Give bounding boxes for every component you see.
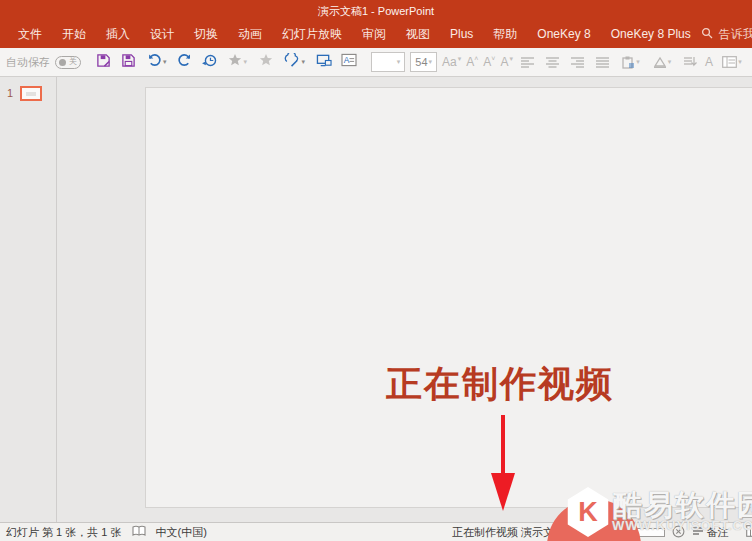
tab-file[interactable]: 文件 [8,21,52,48]
rehearse-timings-button[interactable] [200,52,220,72]
tab-plus[interactable]: Plus [440,22,483,46]
shape-outline-icon [653,56,667,68]
quick-access-toolbar: 自动保存 关 ▾ ▾ [0,48,752,77]
change-case-label: Aa [442,55,457,69]
redo-icon [177,53,192,71]
align-left-icon [521,57,534,68]
shape-outline-button[interactable]: ▾ [649,52,675,72]
ribbon-tab-row: 文件 开始 插入 设计 切换 动画 幻灯片放映 审阅 视图 Plus 帮助 On… [0,20,752,48]
tab-home[interactable]: 开始 [52,21,96,48]
save-as-button[interactable] [94,52,114,72]
clock-play-icon [202,53,218,72]
tab-view[interactable]: 视图 [396,21,440,48]
save-icon [121,53,136,72]
autosave-state: 关 [69,58,77,66]
tab-transitions[interactable]: 切换 [184,21,228,48]
tab-design[interactable]: 设计 [140,21,184,48]
star-sparkle-icon [259,53,273,71]
workspace: 1 正在制作视频 [0,77,752,522]
slide-thumbnail[interactable] [20,86,42,101]
font-color-button[interactable]: A▾ [500,55,513,69]
screen-clip-button[interactable]: ▾ [281,52,309,72]
character-label: A [705,55,713,69]
down-arrow-icon [488,413,518,513]
grow-font-button[interactable]: A˄ [466,55,478,69]
tab-help[interactable]: 帮助 [483,21,527,48]
tab-insert[interactable]: 插入 [96,21,140,48]
justify-icon [596,57,609,68]
star-effect-button[interactable]: ▾ [225,52,251,72]
toggle-knob-icon [59,59,66,66]
font-size-combobox[interactable]: 54 ▾ [410,52,437,72]
tab-slideshow[interactable]: 幻灯片放映 [272,21,352,48]
clipboard-icon [622,56,635,69]
thumbnail-panel-divider[interactable] [56,77,57,522]
language-indicator[interactable]: 中文(中国) [156,525,207,540]
justify-button[interactable] [593,52,613,72]
align-left-button[interactable] [518,52,538,72]
save-button[interactable] [119,52,139,72]
text-direction-icon [683,56,697,68]
layout-button[interactable]: ▾ [718,52,746,72]
monitor-icon [316,53,332,72]
align-center-icon [546,57,559,68]
font-color-label: A [500,55,508,69]
export-annotation-text: 正在制作视频 [386,360,614,409]
font-dropdown-caret[interactable]: ▾ [397,58,401,66]
star-animation-button[interactable] [256,52,276,72]
shrink-font-button[interactable]: A˅ [483,55,495,69]
star-icon [228,53,242,71]
spellcheck-icon[interactable] [132,525,146,539]
slide-canvas [145,87,752,508]
watermark-site-url: WWW.KUYISOFT.COM [612,518,752,533]
font-name-combobox[interactable]: ▾ [371,52,406,72]
align-center-button[interactable] [543,52,563,72]
search-icon [701,27,713,42]
align-right-icon [571,57,584,68]
tell-me-search[interactable]: 告诉我你想要做什么 [701,26,752,43]
slideshow-from-current-button[interactable] [314,52,334,72]
slide-indicator[interactable]: 幻灯片 第 1 张，共 1 张 [6,525,122,540]
paste-options-button[interactable]: ▾ [618,52,644,72]
tab-review[interactable]: 审阅 [352,21,396,48]
autosave-toggle[interactable]: 关 [55,56,81,69]
textbox-icon: A [341,53,357,71]
undo-icon [147,53,162,71]
shape-clip-icon [284,53,300,72]
font-size-value: 54 [415,56,427,68]
watermark-badge-letter: K [578,497,598,528]
search-label: 告诉我你想要做什么 [719,26,752,43]
undo-dropdown-caret[interactable]: ▾ [163,58,167,66]
save-edit-icon [96,53,111,72]
slide-thumbnail-content [26,92,36,96]
character-button[interactable]: A [705,55,713,69]
shrink-font-label: A [483,55,491,69]
svg-text:A: A [344,55,350,65]
text-direction-button[interactable] [680,52,700,72]
align-right-button[interactable] [568,52,588,72]
star-dropdown-caret[interactable]: ▾ [243,58,247,66]
undo-button[interactable]: ▾ [144,52,170,72]
textbox-button[interactable]: A [339,52,359,72]
title-bar: 演示文稿1 - PowerPoint [0,0,752,20]
window-title: 演示文稿1 - PowerPoint [0,4,752,19]
autosave-label: 自动保存 [6,55,50,70]
tab-onekey8[interactable]: OneKey 8 [527,22,600,46]
layout-icon [722,56,737,68]
size-dropdown-caret[interactable]: ▾ [429,58,433,66]
slide-number-label: 1 [7,86,13,100]
tab-onekey8plus[interactable]: OneKey 8 Plus [601,22,701,46]
redo-button[interactable] [175,52,195,72]
tab-animations[interactable]: 动画 [228,21,272,48]
clip-dropdown-caret[interactable]: ▾ [301,58,305,66]
change-case-button[interactable]: Aa▾ [442,55,461,69]
grow-font-label: A [466,55,474,69]
